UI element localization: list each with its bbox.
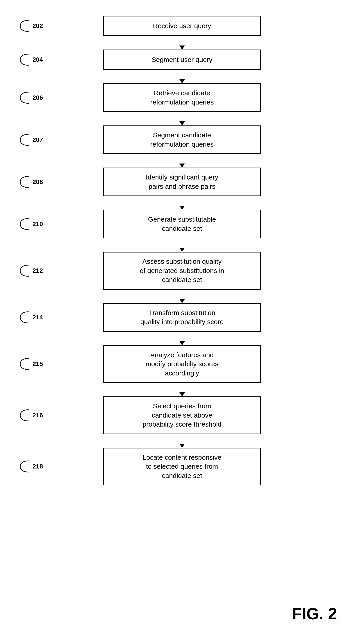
label-area-202: 202 xyxy=(18,19,43,33)
step-number-218: 218 xyxy=(32,463,43,470)
arc-bracket-202 xyxy=(18,19,32,33)
connector-line-5 xyxy=(182,238,182,248)
label-area-206: 206 xyxy=(18,91,43,105)
step-number-210: 210 xyxy=(32,221,43,228)
connector-line-2 xyxy=(182,112,182,121)
label-area-214: 214 xyxy=(18,311,43,324)
step-number-204: 204 xyxy=(32,56,43,63)
label-area-208: 208 xyxy=(18,175,43,189)
step-box-202: Receive user query xyxy=(103,16,261,36)
step-number-216: 216 xyxy=(32,412,43,419)
connector-line-1 xyxy=(182,70,182,79)
step-number-202: 202 xyxy=(32,22,43,30)
step-row-212: 212Assess substitution qualityof generat… xyxy=(0,252,364,290)
arc-bracket-212 xyxy=(18,264,32,277)
connector-7 xyxy=(180,332,185,345)
connector-2 xyxy=(180,112,185,126)
arrow-head-4 xyxy=(180,206,185,210)
arc-bracket-210 xyxy=(18,217,32,231)
arc-bracket-204 xyxy=(18,53,32,67)
step-row-208: 208Identify significant querypairs and p… xyxy=(0,168,364,196)
step-row-206: 206Retrieve candidatereformulation queri… xyxy=(0,83,364,112)
step-row-216: 216Select queries fromcandidate set abov… xyxy=(0,396,364,434)
step-box-206: Retrieve candidatereformulation queries xyxy=(103,83,261,112)
arrow-head-9 xyxy=(180,444,185,448)
arc-bracket-206 xyxy=(18,91,32,105)
step-number-207: 207 xyxy=(32,136,43,144)
step-box-212: Assess substitution qualityof generated … xyxy=(103,252,261,290)
connector-4 xyxy=(180,196,185,210)
connector-line-0 xyxy=(182,36,182,46)
step-row-215: 215Analyze features andmodify probabilty… xyxy=(0,345,364,383)
arrow-head-6 xyxy=(180,299,185,303)
arrow-head-3 xyxy=(180,164,185,168)
step-row-202: 202Receive user query xyxy=(0,16,364,36)
step-box-207: Segment candidatereformulation queries xyxy=(103,126,261,154)
arc-bracket-208 xyxy=(18,175,32,189)
connector-6 xyxy=(180,290,185,303)
label-area-210: 210 xyxy=(18,217,43,231)
step-row-214: 214Transform substitutionquality into pr… xyxy=(0,303,364,332)
label-area-215: 215 xyxy=(18,357,43,371)
connector-line-3 xyxy=(182,154,182,164)
flow-wrapper: 202Receive user query 204Segment user qu… xyxy=(0,9,364,485)
arrow-head-7 xyxy=(180,341,185,345)
label-area-204: 204 xyxy=(18,53,43,67)
step-box-204: Segment user query xyxy=(103,50,261,70)
arrow-head-2 xyxy=(180,121,185,126)
connector-line-4 xyxy=(182,196,182,206)
arc-bracket-215 xyxy=(18,357,32,371)
label-area-207: 207 xyxy=(18,133,43,147)
step-number-208: 208 xyxy=(32,178,43,186)
label-area-216: 216 xyxy=(18,409,43,422)
arrow-head-0 xyxy=(180,46,185,50)
connector-line-9 xyxy=(182,434,182,444)
arc-bracket-207 xyxy=(18,133,32,147)
connector-1 xyxy=(180,70,185,83)
connector-8 xyxy=(180,383,185,396)
step-box-215: Analyze features andmodify probabilty sc… xyxy=(103,345,261,383)
step-number-212: 212 xyxy=(32,267,43,274)
fig-label: FIG. 2 xyxy=(292,604,337,623)
connector-line-8 xyxy=(182,383,182,392)
connector-9 xyxy=(180,434,185,448)
step-box-214: Transform substitutionquality into proba… xyxy=(103,303,261,332)
connector-5 xyxy=(180,238,185,252)
step-number-214: 214 xyxy=(32,314,43,321)
arc-bracket-214 xyxy=(18,311,32,324)
arrow-head-8 xyxy=(180,392,185,396)
step-row-218: 218Locate content responsiveto selected … xyxy=(0,448,364,486)
step-box-208: Identify significant querypairs and phra… xyxy=(103,168,261,196)
connector-0 xyxy=(180,36,185,50)
arrow-head-1 xyxy=(180,79,185,83)
step-row-210: 210Generate substitutablecandidate set xyxy=(0,210,364,238)
connector-line-6 xyxy=(182,290,182,299)
step-box-218: Locate content responsiveto selected que… xyxy=(103,448,261,486)
step-box-210: Generate substitutablecandidate set xyxy=(103,210,261,238)
step-box-216: Select queries fromcandidate set abovepr… xyxy=(103,396,261,434)
step-number-215: 215 xyxy=(32,360,43,368)
diagram-container: 202Receive user query 204Segment user qu… xyxy=(0,0,364,641)
step-number-206: 206 xyxy=(32,94,43,101)
arc-bracket-218 xyxy=(18,460,32,473)
connector-3 xyxy=(180,154,185,168)
connector-line-7 xyxy=(182,332,182,341)
label-area-218: 218 xyxy=(18,460,43,473)
step-row-207: 207Segment candidatereformulation querie… xyxy=(0,126,364,154)
arc-bracket-216 xyxy=(18,409,32,422)
arrow-head-5 xyxy=(180,248,185,252)
step-row-204: 204Segment user query xyxy=(0,50,364,70)
label-area-212: 212 xyxy=(18,264,43,277)
